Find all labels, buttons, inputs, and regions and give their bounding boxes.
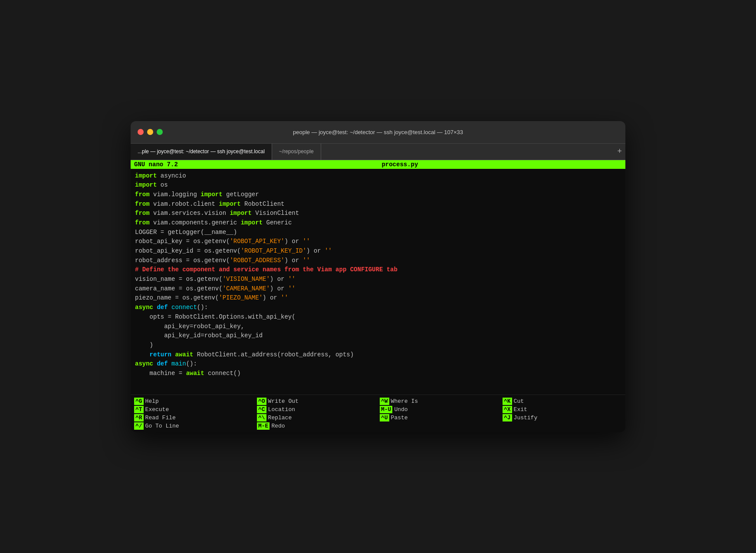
maximize-button[interactable] [157,129,163,135]
footer-writeout: ^O Write Out [257,398,376,405]
label-paste: Paste [391,415,408,421]
minimize-button[interactable] [147,129,153,135]
label-replace: Replace [268,415,292,421]
key-g: ^G [134,398,144,405]
footer-undo: M-U Undo [380,406,499,413]
code-line: camera_name = os.getenv('CAMERA_NAME') o… [135,284,621,294]
code-line: return await RobotClient.at_address(robo… [135,350,621,360]
key-slash: ^/ [134,422,144,430]
key-k: ^K [503,398,512,405]
key-x: ^X [503,406,512,413]
label-justify: Justify [514,415,538,421]
label-whereis: Where Is [391,398,418,405]
tab-bar: ...ple — joyce@test: ~/detector — ssh jo… [131,144,625,160]
label-execute: Execute [145,406,169,413]
key-r: ^R [134,414,144,421]
label-readfile: Read File [145,415,176,421]
tab-active[interactable]: ...ple — joyce@test: ~/detector — ssh jo… [131,144,272,160]
footer-redo: M-E Redo [257,422,376,430]
code-line: ) [135,341,621,350]
window-title: people — joyce@test: ~/detector — ssh jo… [293,129,463,135]
code-line: async def connect(): [135,303,621,313]
terminal-window: people — joyce@test: ~/detector — ssh jo… [131,121,625,432]
label-location: Location [268,406,295,413]
footer-location: ^C Location [257,406,376,413]
label-help: Help [145,398,159,405]
code-line: vision_name = os.getenv('VISION_NAME') o… [135,275,621,284]
code-line: from viam.services.vision import VisionC… [135,209,621,218]
footer-cut: ^K Cut [503,398,622,405]
key-o: ^O [257,398,266,405]
key-u: ^U [380,414,389,421]
code-line: import asyncio [135,171,621,181]
code-line: api_key_id=robot_api_key_id [135,331,621,341]
code-line: robot_api_key = os.getenv('ROBOT_API_KEY… [135,237,621,247]
key-w: ^W [380,398,389,405]
key-mu: M-U [380,406,392,413]
key-me: M-E [257,422,270,430]
code-line: machine = await connect() [135,369,621,379]
new-tab-button[interactable]: + [617,148,622,155]
code-line: from viam.robot.client import RobotClien… [135,200,621,209]
key-t: ^T [134,406,144,413]
footer-gotoline: ^/ Go To Line [134,422,253,430]
nano-version: GNU nano 7.2 [134,161,178,168]
code-line: # Define the component and service names… [135,265,621,275]
tab-label-1: ...ple — joyce@test: ~/detector — ssh jo… [138,148,265,155]
footer-whereis: ^W Where Is [380,398,499,405]
filename: process.py [381,161,418,168]
label-writeout: Write Out [268,398,299,405]
code-line: api_key=robot_api_key, [135,322,621,332]
code-line: LOGGER = getLogger(__name__) [135,228,621,237]
code-line: robot_address = os.getenv('ROBOT_ADDRESS… [135,256,621,266]
footer-readfile: ^R Read File [134,414,253,421]
nano-footer: ^G Help ^O Write Out ^W Where Is ^K Cut … [131,395,625,432]
code-line: async def main(): [135,359,621,369]
traffic-lights [138,129,163,135]
code-line: import os [135,181,621,190]
close-button[interactable] [138,129,144,135]
footer-replace: ^\ Replace [257,414,376,421]
label-redo: Redo [271,423,285,429]
code-line: robot_api_key_id = os.getenv('ROBOT_API_… [135,247,621,256]
editor-area[interactable]: import asyncio import os from viam.loggi… [131,169,625,395]
label-gotoline: Go To Line [145,423,179,429]
key-backslash: ^\ [257,414,266,421]
title-bar: people — joyce@test: ~/detector — ssh jo… [131,121,625,144]
footer-paste: ^U Paste [380,414,499,421]
code-line: opts = RobotClient.Options.with_api_key( [135,313,621,322]
code-line: piezo_name = os.getenv('PIEZO_NAME') or … [135,293,621,303]
label-exit: Exit [514,406,527,413]
key-c: ^C [257,406,266,413]
footer-execute: ^T Execute [134,406,253,413]
footer-justify: ^J Justify [503,414,622,421]
code-line: from viam.logging import getLogger [135,190,621,200]
code-line: from viam.components.generic import Gene… [135,218,621,228]
nano-header: GNU nano 7.2 process.py [131,160,625,169]
tab-label-2: ~/repos/people [279,148,314,155]
label-undo: Undo [394,406,408,413]
footer-exit: ^X Exit [503,406,622,413]
footer-help: ^G Help [134,398,253,405]
tab-repos[interactable]: ~/repos/people [272,144,321,160]
label-cut: Cut [514,398,524,405]
key-j: ^J [503,414,512,421]
